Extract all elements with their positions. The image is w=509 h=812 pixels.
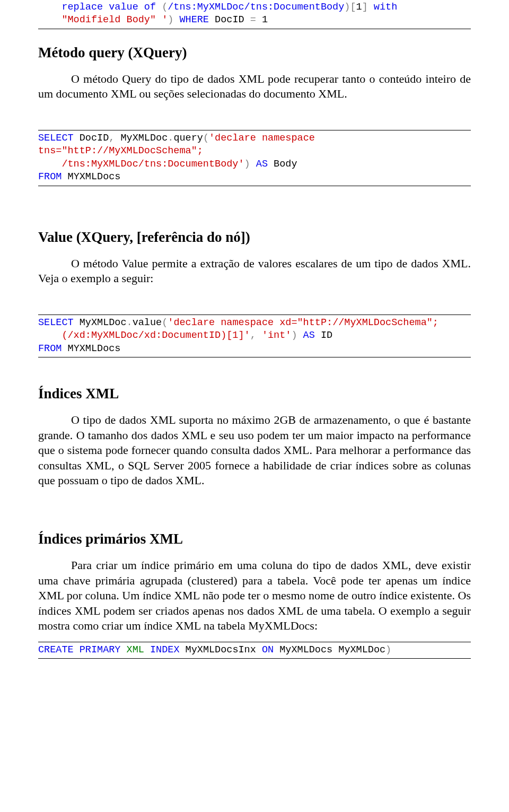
code-text: ( xyxy=(162,2,168,13)
paragraph: O método Query do tipo de dados XML pode… xyxy=(38,72,471,102)
code-text: XML xyxy=(120,644,144,656)
code-text: MYXMLDocs xyxy=(62,343,120,354)
code-text: MyXMLDocs MyXMLDoc xyxy=(274,644,385,656)
code-text: replace value of xyxy=(38,2,162,13)
code-text: SELECT xyxy=(38,317,74,328)
code-text: Body xyxy=(268,159,297,170)
code-text: MyXMLDoc xyxy=(74,317,127,328)
divider xyxy=(38,658,471,659)
code-text: ID xyxy=(315,330,332,341)
code-text: ON xyxy=(262,644,274,656)
code-text: . xyxy=(127,317,133,328)
code-text: ) xyxy=(168,14,173,25)
code-text: CREATE xyxy=(38,644,74,656)
code-text: ( xyxy=(162,317,168,328)
code-block-2: SELECT DocID, MyXMLDoc.query('declare na… xyxy=(38,131,471,185)
code-text: "Modifield Body" ' xyxy=(38,14,168,25)
code-text: ) xyxy=(291,330,297,341)
code-text: ) xyxy=(244,159,250,170)
code-text: value xyxy=(133,317,162,328)
code-text: ) xyxy=(385,644,391,656)
code-text: 1 xyxy=(256,14,268,25)
code-text: = xyxy=(250,14,256,25)
code-text: MYXMLDocs xyxy=(62,171,120,182)
code-block-1: replace value of (/tns:MyXMLDoc/tns:Docu… xyxy=(38,0,471,28)
code-text: INDEX xyxy=(144,644,180,656)
document-page: replace value of (/tns:MyXMLDoc/tns:Docu… xyxy=(0,0,509,680)
code-text: MyXMLDocsInx xyxy=(180,644,262,656)
code-text: WHERE xyxy=(173,14,209,25)
code-text: 'declare namespace xd="httP://MyXMLDocSc… xyxy=(168,317,438,328)
paragraph: Para criar um índice primário em uma col… xyxy=(38,558,471,634)
code-text: FROM xyxy=(38,343,62,354)
code-text: , xyxy=(109,133,115,144)
code-text: )[ xyxy=(344,2,356,13)
code-text: 'declare namespace xyxy=(209,133,315,144)
heading-indices-xml: Índices XML xyxy=(38,386,471,402)
heading-value-xquery: Value (XQuery, [referência do nó]) xyxy=(38,229,471,246)
code-text: query xyxy=(173,133,203,144)
code-text: DocID xyxy=(74,133,109,144)
divider xyxy=(38,29,471,29)
code-block-3: SELECT MyXMLDoc.value('declare namespace… xyxy=(38,316,471,356)
divider xyxy=(38,357,471,357)
code-text: MyXMLDoc xyxy=(115,133,168,144)
divider xyxy=(38,186,471,186)
code-text: DocID xyxy=(209,14,250,25)
code-text: , xyxy=(250,330,256,341)
paragraph: O tipo de dados XML suporta no máximo 2G… xyxy=(38,413,471,488)
code-text: AS xyxy=(297,330,315,341)
code-text: tns="httP://MyXMLDocSchema"; xyxy=(38,145,203,156)
code-text: with xyxy=(368,2,398,13)
code-text: ] xyxy=(362,2,368,13)
code-text: /tns:MyXMLDoc/tns:DocumentBody' xyxy=(38,159,244,170)
heading-indices-primarios-xml: Índices primários XML xyxy=(38,531,471,547)
code-text: SELECT xyxy=(38,133,74,144)
code-text: FROM xyxy=(38,171,62,182)
code-block-4: CREATE PRIMARY XML INDEX MyXMLDocsInx ON… xyxy=(38,643,471,658)
heading-metodo-query: Método query (XQuery) xyxy=(38,45,471,61)
divider xyxy=(38,130,471,130)
code-text: 1 xyxy=(356,2,362,13)
code-text: (/xd:MyXMLDoc/xd:DocumentID)[1]' xyxy=(38,330,250,341)
code-text: ( xyxy=(203,133,209,144)
divider xyxy=(38,315,471,315)
divider xyxy=(38,642,471,642)
code-text: PRIMARY xyxy=(74,644,121,656)
code-text: 'int' xyxy=(256,330,292,341)
paragraph: O método Value permite a extração de val… xyxy=(38,256,471,286)
code-text: . xyxy=(168,133,173,144)
code-text: /tns:MyXMLDoc/tns:DocumentBody xyxy=(168,2,344,13)
code-text: AS xyxy=(250,159,268,170)
